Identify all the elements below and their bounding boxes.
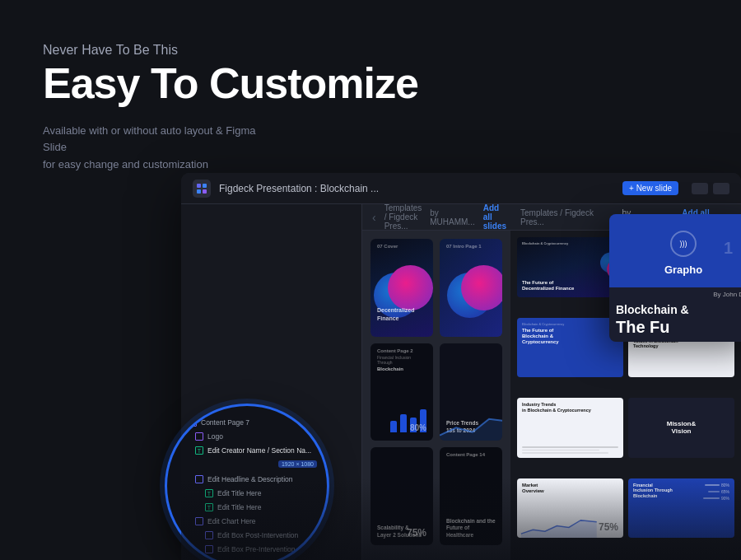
layer-item-chart: Edit Chart Here xyxy=(195,516,317,527)
view-single-icon[interactable] xyxy=(692,183,708,194)
rp-slide-3-inner: Blockchain & Cryptocurrency The Future o… xyxy=(517,318,623,378)
slide-scalability[interactable]: Scalability &Layer 2 Solutions 75% xyxy=(370,447,433,545)
rp-slide-3[interactable]: Blockchain & Cryptocurrency The Future o… xyxy=(517,318,623,378)
rp-slide-6-title: Mission&Vision xyxy=(667,420,697,436)
rp-slide-8-pcts: 80% 65% 90% xyxy=(703,483,729,501)
circle-pink-2 xyxy=(461,265,502,310)
rp-path: Templates / Figdeck Pres... xyxy=(520,208,613,226)
slide-content14-label: Content Page 14 xyxy=(446,452,485,457)
text-icon: T xyxy=(195,446,203,455)
canvas-path: Templates / Figdeck Pres... xyxy=(384,204,422,231)
card-brand: Grapho xyxy=(621,264,741,276)
line xyxy=(522,446,618,448)
rp-slide-1-tag: Blockchain & Cryptocurrency xyxy=(522,241,568,245)
rp-slide-7[interactable]: MarketOverview 75% xyxy=(517,478,623,539)
rp-slide-5[interactable]: Industry Trendsin Blockchain & Cryptocur… xyxy=(517,398,623,458)
app-topbar: Figdeck Presentation : Blockchain ... + … xyxy=(181,173,741,204)
card-logo: ))) xyxy=(670,231,697,257)
slide-content2-inner: Financial Inclusion Through Blockchain xyxy=(377,355,426,371)
hero-section: Never Have To Be This Easy To Customize … xyxy=(43,43,418,174)
rp-slide-1[interactable]: Blockchain & Cryptocurrency The Future o… xyxy=(517,237,623,297)
badge-row: 1920 × 1080 xyxy=(177,460,317,468)
layer-item-title2: T Edit Title Here xyxy=(205,502,317,513)
back-icon[interactable]: ‹ xyxy=(372,211,376,224)
slide-cover-title: Decentralized Finance xyxy=(377,306,433,321)
new-slide-button[interactable]: + New slide xyxy=(622,181,678,195)
rp-slide-6-inner: Mission&Vision xyxy=(628,398,734,458)
slide-intro[interactable]: 07 Intro Page 1 xyxy=(440,239,502,337)
pct-row: 80% xyxy=(705,483,729,488)
canvas-by: by MUHAMM... xyxy=(430,208,474,226)
far-right-preview-card: ))) Grapho By John Doe Blockchain & The … xyxy=(609,214,741,342)
add-all-slides-button[interactable]: Add all slides xyxy=(483,204,506,231)
layer-content-page7-label: Content Page 7 xyxy=(201,418,249,427)
frame-icon-4 xyxy=(205,531,213,539)
rp-slide-7-pct: 75% xyxy=(599,521,618,533)
layer-item-logo: Logo xyxy=(195,431,317,442)
pct-row: 90% xyxy=(703,496,729,501)
svg-marker-5 xyxy=(521,520,597,538)
pct-val: 65% xyxy=(721,489,729,494)
rp-slide-5-title: Industry Trendsin Blockchain & Cryptocur… xyxy=(522,402,618,413)
frame-icon-5 xyxy=(205,545,213,553)
view-grid-icon[interactable] xyxy=(713,183,729,194)
svg-rect-3 xyxy=(203,189,207,194)
pct-bar xyxy=(705,484,720,486)
slide-tag: Financial Inclusion Through xyxy=(377,355,426,365)
hero-title: Easy To Customize xyxy=(43,61,418,106)
rp-slide-5-inner: Industry Trendsin Blockchain & Cryptocur… xyxy=(517,398,623,458)
layer-title1-label: Edit Title Here xyxy=(217,489,261,497)
slide-content14[interactable]: Content Page 14 Blockchain and theFuture… xyxy=(440,447,502,545)
layer-item-title1: T Edit Title Here xyxy=(205,488,317,499)
rp-slide-7-inner: MarketOverview 75% xyxy=(517,478,623,539)
bar-2 xyxy=(400,414,407,432)
layer-item-creator: T Edit Creator Name / Section Na... xyxy=(195,445,317,456)
page-number: 1 xyxy=(724,239,733,258)
rp-slide-6[interactable]: Mission&Vision xyxy=(628,398,734,458)
canvas-topbar: ‹ Templates / Figdeck Pres... by MUHAMM.… xyxy=(362,204,510,231)
bar-1 xyxy=(390,421,397,432)
pct-bar xyxy=(703,497,720,499)
frame-icon-3 xyxy=(195,517,203,525)
text-icon-2: T xyxy=(205,489,213,497)
layer-creator-label: Edit Creator Name / Section Na... xyxy=(207,446,311,455)
layer-chart-label: Edit Chart Here xyxy=(207,517,256,525)
pct-val: 80% xyxy=(721,483,729,488)
rp-slide-8-inner: FinancialInclusion ThroughBlockchain 80%… xyxy=(628,478,734,539)
card-header: ))) Grapho xyxy=(609,214,741,287)
app-title: Figdeck Presentation : Blockchain ... xyxy=(219,183,614,194)
rp-slide-3-title: The Future ofBlockchain &Cryptocurrency xyxy=(522,328,618,346)
rp-slide-8[interactable]: FinancialInclusion ThroughBlockchain 80%… xyxy=(628,478,734,539)
circle-pink xyxy=(388,265,433,310)
slide-content2-label: Content Page 2 xyxy=(377,348,413,353)
slide-price-trends[interactable]: Price Trends13s to 2024 xyxy=(440,343,502,441)
pct-bar xyxy=(708,491,720,492)
pct-val: 90% xyxy=(721,496,729,501)
slide-intro-label: 07 Intro Page 1 xyxy=(446,244,482,249)
hero-subtitle: Never Have To Be This xyxy=(43,43,418,58)
topbar-view-icons xyxy=(692,183,729,194)
layer-logo-label: Logo xyxy=(207,432,223,441)
pct-row: 65% xyxy=(708,489,729,494)
slide-cover-label: 07 Cover xyxy=(377,244,398,249)
layer-box-pre-label: Edit Box Pre-Intervention xyxy=(217,545,296,553)
layers-circle-overlay: Content Page 7 Logo T Edit Creator Name … xyxy=(165,404,329,560)
line xyxy=(522,452,608,454)
svg-rect-2 xyxy=(197,189,201,194)
slide-graph xyxy=(440,397,502,441)
slide-pct: 80% xyxy=(410,423,426,432)
market-graph xyxy=(517,514,597,538)
rp-slide-7-title: MarketOverview xyxy=(522,483,618,494)
layer-box-post-label: Edit Box Post-Intervention xyxy=(217,531,298,539)
text-icon-3: T xyxy=(205,503,213,511)
layer-item-box-post: Edit Box Post-Intervention xyxy=(205,530,317,541)
slide-cover[interactable]: 07 Cover Decentralized Finance xyxy=(370,239,433,337)
slide-content2[interactable]: Content Page 2 Financial Inclusion Throu… xyxy=(370,343,433,441)
layer-item-headline: Edit Headline & Description xyxy=(195,474,317,485)
app-logo xyxy=(193,180,211,198)
ui-mockup: Figdeck Presentation : Blockchain ... + … xyxy=(181,173,741,560)
svg-rect-1 xyxy=(203,184,207,188)
slides-grid: 07 Cover Decentralized Finance 07 Intro … xyxy=(362,231,510,560)
svg-marker-4 xyxy=(440,410,502,441)
canvas-area: ‹ Templates / Figdeck Pres... by MUHAMM.… xyxy=(362,204,510,560)
